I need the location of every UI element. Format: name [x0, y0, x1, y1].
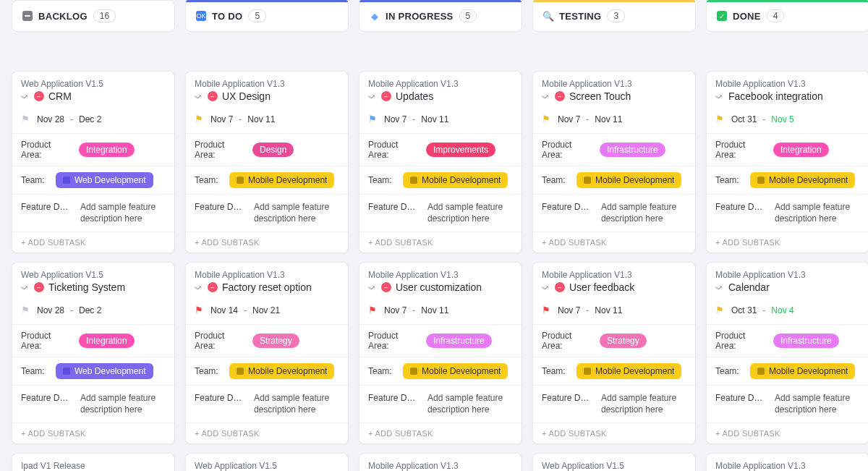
subtask-icon: ⤷ [539, 280, 553, 294]
add-subtask-button[interactable]: + ADD SUBTASK [186, 232, 348, 253]
team-label-key: Team: [368, 175, 396, 185]
column-todo: OK TO DO 5 Mobile Application V1.3 ⤷ UX … [185, 0, 349, 471]
backlog-icon [22, 11, 33, 21]
column-count: 5 [248, 9, 266, 22]
kanban-card[interactable]: Mobile Application V1.3 ⤷ User customiza… [359, 262, 522, 444]
subtask-icon: ⤷ [18, 280, 33, 294]
add-subtask-button[interactable]: + ADD SUBTASK [359, 423, 522, 444]
subtask-icon: ⤷ [365, 89, 380, 103]
feature-desc-value[interactable]: Add sample feature description here [775, 202, 860, 224]
team-chip[interactable]: Mobile Development [750, 363, 855, 379]
product-area-pill[interactable]: Integration [79, 334, 135, 348]
product-area-pill[interactable]: Infrastructure [600, 143, 665, 157]
kanban-card[interactable]: Mobile Application V1.3 ⤷ UX Design ⚑ No… [185, 71, 349, 253]
team-label-key: Team: [368, 366, 396, 376]
flag-icon: ⚑ [195, 114, 205, 124]
team-chip[interactable]: Mobile Development [229, 172, 334, 188]
kanban-card[interactable]: Mobile Application V1.3 ⤷ Updates ⚑ Nov … [359, 71, 522, 253]
kanban-card[interactable]: Mobile Application V1.3 ⤷ Performance en… [359, 453, 522, 471]
product-area-label: Product Area: [715, 331, 766, 351]
feature-desc-value[interactable]: Add sample feature description here [254, 202, 339, 224]
column-count: 4 [767, 9, 785, 22]
product-area-pill[interactable]: Design [252, 143, 294, 157]
start-date: Nov 7 [558, 305, 580, 315]
team-chip[interactable]: Mobile Development [576, 172, 681, 188]
add-subtask-button[interactable]: + ADD SUBTASK [12, 423, 174, 444]
kanban-card[interactable]: Web Application V1.5 ⤷ OS-based control … [185, 453, 349, 471]
add-subtask-button[interactable]: + ADD SUBTASK [359, 232, 522, 253]
product-area-pill[interactable]: Strategy [600, 334, 647, 348]
add-subtask-button[interactable]: + ADD SUBTASK [533, 423, 695, 444]
product-area-pill[interactable]: Infrastructure [773, 334, 839, 348]
card-title: Ticketing System [48, 281, 125, 293]
kanban-card[interactable]: Mobile Application V1.3 ⤷ User feedback … [532, 262, 696, 444]
column-done: ✓ DONE 4 Mobile Application V1.3 ⤷ Faceb… [706, 0, 868, 471]
team-chip[interactable]: Mobile Development [576, 363, 681, 379]
product-area-pill[interactable]: Infrastructure [426, 334, 492, 348]
add-subtask-button[interactable]: + ADD SUBTASK [533, 232, 695, 253]
team-label: Mobile Development [595, 175, 674, 185]
team-label: Mobile Development [769, 366, 848, 376]
feature-desc-value[interactable]: Add sample feature description here [427, 202, 513, 224]
feature-desc-label: Feature Des... [195, 202, 245, 224]
column-count: 16 [93, 9, 116, 22]
product-area-pill[interactable]: Improvements [426, 143, 495, 157]
column-header[interactable]: BACKLOG 16 [12, 0, 175, 32]
feature-desc-value[interactable]: Add sample feature description here [427, 393, 513, 415]
team-label-key: Team: [195, 366, 222, 376]
add-subtask-button[interactable]: + ADD SUBTASK [707, 423, 868, 444]
kanban-card[interactable]: Web Application V1.5 ⤷ Ticketing System … [12, 262, 175, 444]
team-chip[interactable]: Mobile Development [403, 363, 508, 379]
column-count: 5 [459, 9, 477, 22]
end-date: Nov 11 [595, 114, 622, 124]
kanban-card[interactable]: Mobile Application V1.3 ⤷ Factory reset … [185, 262, 349, 444]
priority-badge [208, 282, 218, 292]
kanban-card[interactable]: Mobile Application V1.3 ⤷ Screen Touch ⚑… [532, 71, 696, 253]
start-date: Oct 31 [731, 114, 757, 124]
feature-desc-value[interactable]: Add sample feature description here [80, 202, 166, 224]
team-label: Web Development [75, 366, 146, 376]
team-chip[interactable]: Web Development [56, 172, 153, 188]
kanban-card[interactable]: Mobile Application V1.3 ⤷ Calendar ⚑ Oct… [706, 262, 868, 444]
epic-label: Mobile Application V1.3 [715, 461, 860, 471]
done-icon: ✓ [717, 11, 727, 21]
kanban-card[interactable]: Mobile Application V1.3 ⤷ Facebook integ… [706, 71, 868, 253]
kanban-card[interactable]: Mobile Application V1.3 ⤷ Search ⚑ Oct 3… [706, 453, 868, 471]
team-label: Mobile Development [248, 366, 327, 376]
feature-desc-value[interactable]: Add sample feature description here [601, 202, 686, 224]
add-subtask-button[interactable]: + ADD SUBTASK [707, 232, 868, 253]
team-chip[interactable]: Mobile Development [750, 172, 855, 188]
flag-icon: ⚑ [715, 114, 726, 124]
card-title: Factory reset option [222, 281, 312, 293]
column-header[interactable]: OK TO DO 5 [185, 0, 349, 32]
team-label-key: Team: [542, 175, 569, 185]
feature-desc-value[interactable]: Add sample feature description here [80, 393, 166, 415]
subtask-icon: ⤷ [192, 89, 206, 103]
add-subtask-button[interactable]: + ADD SUBTASK [186, 423, 348, 444]
team-label-key: Team: [715, 366, 743, 376]
product-area-label: Product Area: [542, 140, 592, 160]
team-chip[interactable]: Mobile Development [229, 363, 334, 379]
team-chip[interactable]: Mobile Development [403, 172, 508, 188]
team-chip[interactable]: Web Development [56, 363, 153, 379]
feature-desc-value[interactable]: Add sample feature description here [254, 393, 339, 415]
end-date: Nov 11 [247, 114, 275, 124]
card-title: Updates [396, 90, 433, 102]
add-subtask-button[interactable]: + ADD SUBTASK [12, 232, 174, 253]
feature-desc-value[interactable]: Add sample feature description here [601, 393, 686, 415]
column-header[interactable]: 🔍 TESTING 3 [532, 0, 696, 32]
column-header[interactable]: ✓ DONE 4 [706, 0, 868, 32]
kanban-card[interactable]: Web Application V1.5 ⤷ DNS Issues ⚑ Nov … [532, 453, 696, 471]
feature-desc-label: Feature Des... [195, 393, 245, 415]
kanban-card[interactable]: Ipad V1 Release ⤷ Custom colors ⚑ Dec 5 … [12, 453, 175, 471]
end-date: Nov 11 [595, 305, 622, 315]
feature-desc-value[interactable]: Add sample feature description here [775, 393, 860, 415]
epic-label: Mobile Application V1.3 [542, 79, 686, 89]
kanban-card[interactable]: Web Application V1.5 ⤷ CRM ⚑ Nov 28 - De… [12, 71, 175, 253]
product-area-pill[interactable]: Strategy [252, 334, 299, 348]
end-date: Nov 5 [771, 114, 793, 124]
product-area-pill[interactable]: Integration [79, 143, 135, 157]
column-header[interactable]: ◆ IN PROGRESS 5 [359, 0, 522, 32]
start-date: Nov 7 [558, 114, 580, 124]
product-area-pill[interactable]: Integration [773, 143, 829, 157]
